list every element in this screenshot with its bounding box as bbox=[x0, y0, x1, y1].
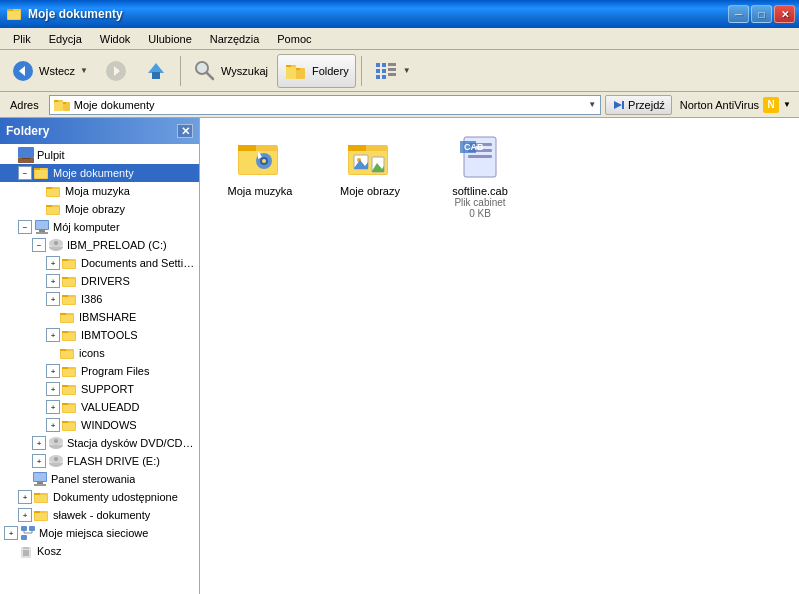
svg-marker-31 bbox=[614, 101, 622, 109]
tree-expand-ibm-preload[interactable]: − bbox=[32, 238, 46, 252]
content-item-softline[interactable]: CAB softline.cabPlik cabinet0 KB bbox=[430, 128, 530, 224]
tree-item-program-files[interactable]: +Program Files bbox=[0, 362, 199, 380]
svg-rect-18 bbox=[382, 63, 386, 67]
views-dropdown-icon[interactable]: ▼ bbox=[403, 66, 411, 75]
search-icon bbox=[193, 59, 217, 83]
content-item-my-pictures[interactable]: Moje obrazy bbox=[320, 128, 420, 224]
tree-expand-network[interactable]: + bbox=[4, 526, 18, 540]
menu-item-plik[interactable]: Plik bbox=[4, 30, 40, 48]
svg-rect-75 bbox=[62, 385, 68, 387]
tree-expand-i386[interactable]: + bbox=[46, 292, 60, 306]
tree-item-desktop[interactable]: Pulpit bbox=[0, 146, 199, 164]
tree-expand-valueadd[interactable]: + bbox=[46, 400, 60, 414]
tree-item-network[interactable]: +Moje miejsca sieciowe bbox=[0, 524, 199, 542]
norton-section: Norton AntiVirus N ▼ bbox=[676, 97, 795, 113]
minimize-button[interactable]: ─ bbox=[728, 5, 749, 23]
tree-expand-slawek[interactable]: + bbox=[18, 508, 32, 522]
tree-item-my-pics[interactable]: Moje obrazy bbox=[0, 200, 199, 218]
content-icon-my-music bbox=[236, 133, 284, 181]
svg-rect-81 bbox=[62, 421, 68, 423]
tree-item-ibmtools[interactable]: +IBMTOOLS bbox=[0, 326, 199, 344]
tree-item-ibmshare[interactable]: IBMSHARE bbox=[0, 308, 199, 326]
menu-item-edycja[interactable]: Edycja bbox=[40, 30, 91, 48]
views-button[interactable]: ▼ bbox=[367, 54, 418, 88]
svg-rect-102 bbox=[29, 526, 35, 531]
tree-item-flash-drive[interactable]: +FLASH DRIVE (E:) bbox=[0, 452, 199, 470]
tree-icon-docs-settings bbox=[62, 255, 78, 271]
svg-rect-101 bbox=[21, 526, 27, 531]
content-icon-softline: CAB bbox=[456, 133, 504, 181]
svg-rect-3 bbox=[8, 11, 20, 19]
tree-icon-dvd bbox=[48, 435, 64, 451]
svg-rect-64 bbox=[61, 315, 73, 322]
menu-item-widok[interactable]: Widok bbox=[91, 30, 140, 48]
tree-expand-my-computer[interactable]: − bbox=[18, 220, 32, 234]
tree-item-ibm-preload[interactable]: −IBM_PRELOAD (C:) bbox=[0, 236, 199, 254]
tree-item-my-computer[interactable]: −Mój komputer bbox=[0, 218, 199, 236]
forward-button[interactable] bbox=[97, 54, 135, 88]
tree-item-panel[interactable]: Panel sterowania bbox=[0, 470, 199, 488]
norton-dropdown[interactable]: ▼ bbox=[783, 100, 791, 109]
svg-rect-27 bbox=[54, 100, 58, 102]
folders-button[interactable]: Foldery bbox=[277, 54, 356, 88]
svg-rect-22 bbox=[382, 75, 386, 79]
svg-rect-38 bbox=[35, 170, 47, 178]
svg-rect-103 bbox=[21, 535, 27, 540]
back-button[interactable]: Wstecz ▼ bbox=[4, 54, 95, 88]
forward-icon bbox=[104, 59, 128, 83]
tree-expand-ibmtools[interactable]: + bbox=[46, 328, 60, 342]
content-item-my-music[interactable]: Moja muzyka bbox=[210, 128, 310, 224]
svg-rect-33 bbox=[18, 147, 34, 158]
tree-label-desktop: Pulpit bbox=[37, 149, 65, 161]
back-dropdown-icon[interactable]: ▼ bbox=[80, 66, 88, 75]
tree-expand-dvd[interactable]: + bbox=[32, 436, 46, 450]
tree-item-dvd[interactable]: +Stacja dysków DVD/CD-RW ( bbox=[0, 434, 199, 452]
tree-expand-program-files[interactable]: + bbox=[46, 364, 60, 378]
tree-label-network: Moje miejsca sieciowe bbox=[39, 527, 148, 539]
tree-expand-drivers[interactable]: + bbox=[46, 274, 60, 288]
close-button[interactable]: ✕ bbox=[774, 5, 795, 23]
menu-item-ulubione[interactable]: Ulubione bbox=[139, 30, 200, 48]
maximize-button[interactable]: □ bbox=[751, 5, 772, 23]
tree-item-slawek[interactable]: +sławek - dokumenty bbox=[0, 506, 199, 524]
tree-item-my-music[interactable]: Moja muzyka bbox=[0, 182, 199, 200]
toolbar-separator-1 bbox=[180, 56, 181, 86]
svg-rect-55 bbox=[63, 261, 75, 268]
tree-item-drivers[interactable]: +DRIVERS bbox=[0, 272, 199, 290]
tree-expand-support[interactable]: + bbox=[46, 382, 60, 396]
svg-rect-37 bbox=[34, 168, 40, 170]
tree-expand-windows[interactable]: + bbox=[46, 418, 60, 432]
tree-item-support[interactable]: +SUPPORT bbox=[0, 380, 199, 398]
tree-label-drivers: DRIVERS bbox=[81, 275, 130, 287]
tree-item-docs-settings[interactable]: +Documents and Settings bbox=[0, 254, 199, 272]
tree-expand-flash-drive[interactable]: + bbox=[32, 454, 46, 468]
go-label: Przejdź bbox=[628, 99, 665, 111]
search-button[interactable]: Wyszukaj bbox=[186, 54, 275, 88]
content-panel: Moja muzyka Moje obrazy CAB softline.cab… bbox=[200, 118, 799, 594]
tree-item-valueadd[interactable]: +VALUEADD bbox=[0, 398, 199, 416]
svg-rect-16 bbox=[296, 68, 300, 70]
svg-rect-67 bbox=[63, 333, 75, 340]
go-button[interactable]: Przejdź bbox=[605, 95, 672, 115]
tree-item-windows[interactable]: +WINDOWS bbox=[0, 416, 199, 434]
sidebar-close-button[interactable]: ✕ bbox=[177, 124, 193, 138]
tree-item-shared-docs[interactable]: +Dokumenty udostępnione bbox=[0, 488, 199, 506]
menu-item-narzędzia[interactable]: Narzędzia bbox=[201, 30, 269, 48]
address-dropdown-icon[interactable]: ▼ bbox=[588, 100, 596, 109]
tree-item-trash[interactable]: Kosz bbox=[0, 542, 199, 560]
content-label-my-music: Moja muzyka bbox=[228, 185, 293, 197]
title-bar-left: Moje dokumenty bbox=[6, 6, 123, 22]
content-label-softline: softline.cab bbox=[452, 185, 508, 197]
tree-expand-docs-settings[interactable]: + bbox=[46, 256, 60, 270]
menu-item-pomoc[interactable]: Pomoc bbox=[268, 30, 320, 48]
up-button[interactable] bbox=[137, 54, 175, 88]
tree-item-icons[interactable]: icons bbox=[0, 344, 199, 362]
tree-item-i386[interactable]: +I386 bbox=[0, 290, 199, 308]
svg-text:CAB: CAB bbox=[464, 142, 484, 152]
tree-expand-my-docs[interactable]: − bbox=[18, 166, 32, 180]
menu-bar: PlikEdycjaWidokUlubioneNarzędziaPomoc bbox=[0, 28, 799, 50]
svg-rect-66 bbox=[62, 331, 68, 333]
address-input-container[interactable]: Moje dokumenty ▼ bbox=[49, 95, 601, 115]
tree-expand-shared-docs[interactable]: + bbox=[18, 490, 32, 504]
tree-item-my-docs[interactable]: −Moje dokumenty bbox=[0, 164, 199, 182]
